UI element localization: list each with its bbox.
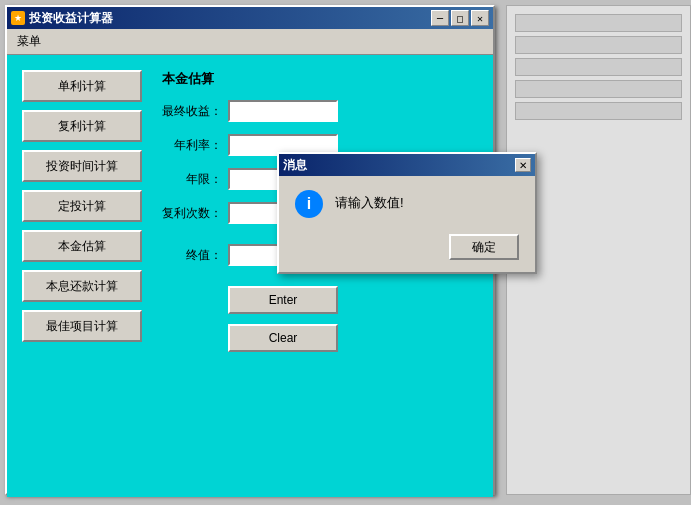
side-line-5 bbox=[515, 102, 682, 120]
info-icon: i bbox=[295, 190, 323, 218]
menu-item-main[interactable]: 菜单 bbox=[11, 31, 47, 52]
side-line-1 bbox=[515, 14, 682, 32]
best-calc-button[interactable]: 最佳项目计算 bbox=[22, 310, 142, 342]
principal-calc-button[interactable]: 本金估算 bbox=[22, 230, 142, 262]
message-dialog: 消息 ✕ i 请输入数值! 确定 bbox=[277, 152, 537, 274]
dialog-footer: 确定 bbox=[279, 228, 535, 272]
title-buttons: ─ □ ✕ bbox=[431, 10, 489, 26]
main-window: ★ 投资收益计算器 ─ □ ✕ 菜单 单利计算 复利计算 投资时间计算 定投计算… bbox=[5, 5, 495, 495]
menu-bar: 菜单 bbox=[7, 29, 493, 55]
final-yield-row: 最终收益： bbox=[162, 100, 478, 122]
final-yield-label: 最终收益： bbox=[162, 103, 222, 120]
close-button[interactable]: ✕ bbox=[471, 10, 489, 26]
minimize-button[interactable]: ─ bbox=[431, 10, 449, 26]
time-calc-button[interactable]: 投资时间计算 bbox=[22, 150, 142, 182]
dialog-close-button[interactable]: ✕ bbox=[515, 158, 531, 172]
main-content: 单利计算 复利计算 投资时间计算 定投计算 本金估算 本息还款计算 最佳项目计算… bbox=[7, 55, 493, 497]
side-line-2 bbox=[515, 36, 682, 54]
dialog-title-bar: 消息 ✕ bbox=[279, 154, 535, 176]
simple-calc-button[interactable]: 单利计算 bbox=[22, 70, 142, 102]
final-yield-input[interactable] bbox=[228, 100, 338, 122]
right-side-content bbox=[507, 6, 690, 132]
compound-calc-button[interactable]: 复利计算 bbox=[22, 110, 142, 142]
title-bar: ★ 投资收益计算器 ─ □ ✕ bbox=[7, 7, 493, 29]
terminal-value-label: 终值： bbox=[162, 247, 222, 264]
dialog-ok-button[interactable]: 确定 bbox=[449, 234, 519, 260]
annual-rate-label: 年利率： bbox=[162, 137, 222, 154]
window-title: 投资收益计算器 bbox=[29, 10, 113, 27]
right-panel: 本金估算 最终收益： 年利率： 年限： 复利次数： 终值： bbox=[162, 70, 478, 482]
dialog-title: 消息 bbox=[283, 157, 307, 174]
dialog-body: i 请输入数值! bbox=[279, 176, 535, 228]
years-label: 年限： bbox=[162, 171, 222, 188]
left-panel: 单利计算 复利计算 投资时间计算 定投计算 本金估算 本息还款计算 最佳项目计算 bbox=[22, 70, 142, 482]
section-title: 本金估算 bbox=[162, 70, 478, 88]
loan-calc-button[interactable]: 本息还款计算 bbox=[22, 270, 142, 302]
enter-button[interactable]: Enter bbox=[228, 286, 338, 314]
dialog-message: 请输入数值! bbox=[335, 194, 404, 212]
side-line-3 bbox=[515, 58, 682, 76]
side-line-4 bbox=[515, 80, 682, 98]
title-bar-left: ★ 投资收益计算器 bbox=[11, 10, 113, 27]
app-icon: ★ bbox=[11, 11, 25, 25]
clear-button[interactable]: Clear bbox=[228, 324, 338, 352]
compound-times-label: 复利次数： bbox=[162, 205, 222, 222]
fixed-calc-button[interactable]: 定投计算 bbox=[22, 190, 142, 222]
maximize-button[interactable]: □ bbox=[451, 10, 469, 26]
